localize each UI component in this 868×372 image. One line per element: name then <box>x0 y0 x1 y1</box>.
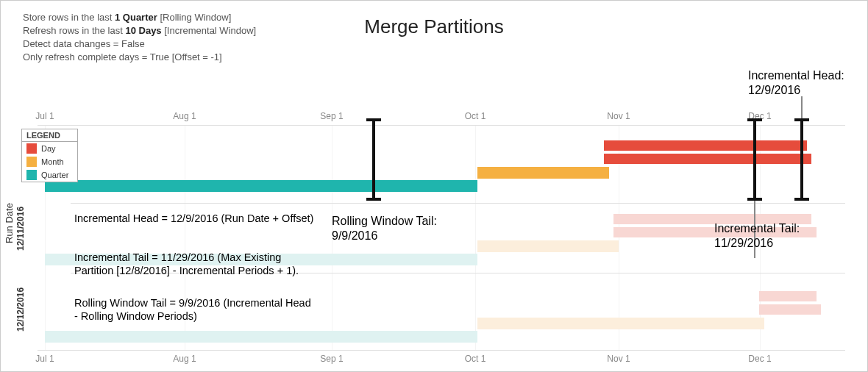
axis-top: Jul 1 Aug 1 Sep 1 Oct 1 Nov 1 Dec 1 <box>38 111 845 126</box>
axis-tick: Nov 1 <box>607 354 630 364</box>
annotation-incremental-head: Incremental Head:12/9/2016 <box>748 68 844 98</box>
legend-header: LEGEND <box>22 129 77 142</box>
partition-bar-quarter <box>45 331 477 343</box>
partition-day <box>811 304 821 315</box>
caption-rolling-tail: Rolling Window Tail = 9/9/2016 (Incremen… <box>74 296 317 323</box>
axis-tick: Sep 1 <box>320 354 343 364</box>
diagram-canvas: Merge Partitions Store rows in the last … <box>0 0 868 372</box>
legend-row-quarter: Quarter <box>22 168 77 182</box>
config-line-rolling: Store rows in the last 1 Quarter [Rollin… <box>23 11 256 24</box>
annotation-rolling-tail: Rolling Window Tail:9/9/2016 <box>332 214 437 243</box>
partition-bar-month <box>477 240 619 252</box>
annotation-incremental-tail: Incremental Tail:11/29/2016 <box>714 221 800 251</box>
legend-swatch-day <box>26 143 37 154</box>
partition-bar-month <box>477 318 764 329</box>
legend-swatch-quarter <box>26 170 37 180</box>
partition-day <box>801 214 811 224</box>
axis-tick: Jul 1 <box>35 354 54 364</box>
guideline-incremental-head <box>801 96 803 118</box>
config-line-completedays: Only refresh complete days = True [Offse… <box>23 51 256 64</box>
config-block: Store rows in the last 1 Quarter [Rollin… <box>23 11 256 64</box>
y-date-1: 12/11/2016 <box>15 207 26 251</box>
legend-row-month: Month <box>22 155 77 168</box>
partition-day <box>806 291 817 301</box>
axis-tick: Nov 1 <box>607 111 630 121</box>
axis-tick: Oct 1 <box>465 354 486 364</box>
y-date-2: 12/12/2016 <box>15 287 26 332</box>
axis-tick: Dec 1 <box>748 354 771 364</box>
axis-tick: Jul 1 <box>35 111 54 121</box>
legend: LEGEND Day Month Quarter <box>21 129 78 182</box>
axis-tick: Aug 1 <box>173 111 196 121</box>
legend-swatch-month <box>26 157 37 167</box>
partition-bar-quarter <box>45 180 477 192</box>
partition-day <box>806 227 817 237</box>
config-line-incremental: Refresh rows in the last 10 Days [Increm… <box>23 24 256 37</box>
y-axis-label: Run Date <box>4 203 15 243</box>
bracket-rolling-tail <box>372 120 375 199</box>
axis-bottom: Jul 1 Aug 1 Sep 1 Oct 1 Nov 1 Dec 1 <box>38 350 845 365</box>
axis-tick: Aug 1 <box>173 354 196 364</box>
legend-row-day: Day <box>22 142 77 155</box>
bracket-incremental-tail <box>753 120 756 199</box>
partition-bar-month <box>477 167 609 179</box>
caption-inc-head: Incremental Head = 12/9/2016 (Run Date +… <box>74 212 313 225</box>
axis-tick: Oct 1 <box>465 111 486 121</box>
config-line-detect: Detect data changes = False <box>23 37 256 51</box>
bracket-incremental-head <box>800 120 803 199</box>
caption-inc-tail: Incremental Tail = 11/29/2016 (Max Exist… <box>74 251 317 277</box>
axis-tick: Sep 1 <box>320 111 343 121</box>
